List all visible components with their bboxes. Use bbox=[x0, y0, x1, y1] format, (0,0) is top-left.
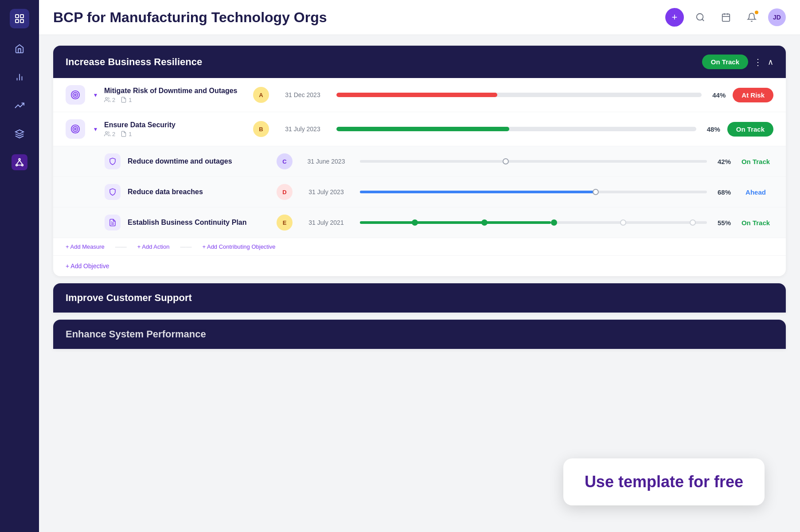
svg-point-8 bbox=[19, 159, 20, 160]
cta-label[interactable]: Use template for free bbox=[585, 473, 743, 491]
main-area: BCP for Manufacturing Technology Orgs + bbox=[39, 0, 800, 532]
sub-obj-name-2: Reduce data breaches bbox=[128, 188, 269, 196]
svg-line-12 bbox=[20, 160, 22, 164]
sub-obj-avatar-2: D bbox=[277, 184, 293, 200]
milestone-dot-1 bbox=[412, 219, 418, 226]
obj-chevron-2[interactable]: ▾ bbox=[94, 125, 97, 133]
notification-button[interactable] bbox=[742, 8, 761, 27]
use-template-cta[interactable]: Use template for free bbox=[563, 458, 765, 505]
obj-icon-1 bbox=[66, 85, 85, 105]
add-objective-row: + Add Objective bbox=[53, 255, 786, 276]
sub-obj-date-2: 31 July 2023 bbox=[300, 188, 353, 196]
section-title-2: Improve Customer Support bbox=[66, 292, 192, 304]
objective-row-2: ▾ Ensure Data Security bbox=[53, 112, 786, 146]
slider-fill-1 bbox=[360, 160, 506, 163]
calendar-button[interactable] bbox=[717, 8, 735, 27]
svg-line-11 bbox=[17, 160, 20, 164]
sub-obj-pct-2: 68% bbox=[712, 188, 731, 196]
progress-bar-fill-1 bbox=[336, 93, 497, 97]
search-button[interactable] bbox=[691, 8, 710, 27]
obj-progress-2: 48% bbox=[336, 125, 720, 133]
user-avatar[interactable]: JD bbox=[768, 8, 786, 26]
slider-thumb-2[interactable] bbox=[593, 189, 599, 195]
milestone-track-3 bbox=[360, 221, 707, 224]
section-card-3: Enhance System Performance bbox=[53, 320, 786, 349]
section-more-menu[interactable]: ⋮ bbox=[753, 57, 762, 67]
obj-avatar-1: A bbox=[253, 87, 269, 103]
sub-obj-status-1: On Track bbox=[738, 158, 773, 165]
section-card-2: Improve Customer Support bbox=[53, 283, 786, 313]
obj-name-1: Mitigate Risk of Downtime and Outages bbox=[104, 87, 246, 95]
slider-track-1 bbox=[360, 160, 707, 163]
sidebar bbox=[0, 0, 39, 532]
sub-objective-row-2: Reduce data breaches D 31 July 2023 68% … bbox=[53, 177, 786, 207]
sidebar-item-trend[interactable] bbox=[12, 98, 27, 113]
task-count-2: 1 bbox=[121, 131, 132, 137]
sub-obj-pct-3: 55% bbox=[712, 219, 731, 227]
svg-point-23 bbox=[105, 98, 108, 100]
add-objective-link[interactable]: + Add Objective bbox=[66, 262, 109, 270]
svg-rect-16 bbox=[722, 14, 730, 21]
sidebar-logo[interactable] bbox=[10, 9, 29, 28]
add-contributing-link[interactable]: + Add Contributing Objective bbox=[202, 243, 275, 250]
add-links-row: + Add Measure —— + Add Action —— + Add C… bbox=[53, 238, 786, 255]
svg-point-14 bbox=[697, 14, 703, 20]
sidebar-item-network[interactable] bbox=[12, 154, 27, 170]
sub-obj-name-1: Reduce downtime and outages bbox=[128, 157, 269, 165]
section-title-3: Enhance System Performance bbox=[66, 329, 206, 340]
sidebar-item-layers[interactable] bbox=[12, 126, 27, 142]
progress-bar-bg-2 bbox=[336, 127, 696, 131]
obj-date-2: 31 July 2023 bbox=[276, 125, 329, 133]
sub-obj-icon-3 bbox=[105, 215, 121, 231]
obj-name-wrap-2: Ensure Data Security 2 bbox=[104, 121, 246, 137]
progress-pct-1: 44% bbox=[707, 91, 726, 99]
sub-obj-name-3: Establish Business Continuity Plan bbox=[128, 219, 269, 227]
add-action-link[interactable]: + Add Action bbox=[137, 243, 170, 250]
section-collapse-button[interactable]: ∧ bbox=[768, 57, 773, 67]
sidebar-item-home[interactable] bbox=[12, 41, 27, 57]
header-actions: + bbox=[665, 8, 786, 27]
sub-objective-row-1: Reduce downtime and outages C 31 June 20… bbox=[53, 146, 786, 177]
svg-rect-0 bbox=[16, 15, 19, 18]
obj-meta-2: 2 1 bbox=[104, 131, 246, 137]
sub-obj-name-wrap-3: Establish Business Continuity Plan bbox=[128, 219, 269, 227]
svg-point-21 bbox=[73, 93, 78, 98]
milestone-dot-4 bbox=[620, 219, 626, 226]
section-status-badge-1[interactable]: On Track bbox=[702, 55, 748, 69]
slider-thumb-1[interactable] bbox=[503, 158, 509, 164]
slider-track-2 bbox=[360, 191, 707, 193]
svg-point-27 bbox=[105, 132, 108, 134]
milestone-dot-2 bbox=[481, 219, 488, 226]
sub-obj-progress-3: 55% bbox=[360, 219, 731, 227]
sub-obj-name-wrap-2: Reduce data breaches bbox=[128, 188, 269, 196]
add-button[interactable]: + bbox=[665, 8, 684, 27]
progress-bar-fill-2 bbox=[336, 127, 509, 131]
milestone-dot-5 bbox=[690, 219, 696, 226]
task-count-1: 1 bbox=[121, 97, 132, 103]
sub-obj-pct-1: 42% bbox=[712, 158, 731, 165]
sidebar-item-chart[interactable] bbox=[12, 69, 27, 85]
section-title-1: Increase Business Resilience bbox=[66, 56, 202, 68]
obj-meta-1: 2 1 bbox=[104, 97, 246, 103]
obj-status-badge-2[interactable]: On Track bbox=[727, 122, 773, 137]
obj-chevron-1[interactable]: ▾ bbox=[94, 91, 97, 98]
collaborator-count-1: 2 bbox=[104, 97, 115, 103]
sub-obj-status-3: On Track bbox=[738, 219, 773, 227]
slider-fill-2 bbox=[360, 191, 596, 193]
sub-objective-row-3: Establish Business Continuity Plan E 31 … bbox=[53, 207, 786, 238]
sub-obj-avatar-1: C bbox=[277, 153, 293, 169]
obj-avatar-2: B bbox=[253, 121, 269, 137]
obj-status-badge-1[interactable]: At Risk bbox=[733, 88, 773, 102]
obj-name-wrap-1: Mitigate Risk of Downtime and Outages 2 bbox=[104, 87, 246, 103]
progress-pct-2: 48% bbox=[702, 125, 720, 133]
sub-obj-progress-2: 68% bbox=[360, 188, 731, 196]
svg-point-26 bbox=[74, 128, 76, 130]
progress-bar-bg-1 bbox=[336, 93, 702, 97]
add-measure-link[interactable]: + Add Measure bbox=[66, 243, 105, 250]
sub-obj-date-1: 31 June 2023 bbox=[300, 158, 353, 165]
section-header-actions-1: On Track ⋮ ∧ bbox=[702, 55, 773, 69]
collaborator-count-2: 2 bbox=[104, 131, 115, 137]
svg-point-25 bbox=[73, 127, 78, 132]
obj-icon-2 bbox=[66, 119, 85, 139]
page-title: BCP for Manufacturing Technology Orgs bbox=[53, 9, 327, 26]
